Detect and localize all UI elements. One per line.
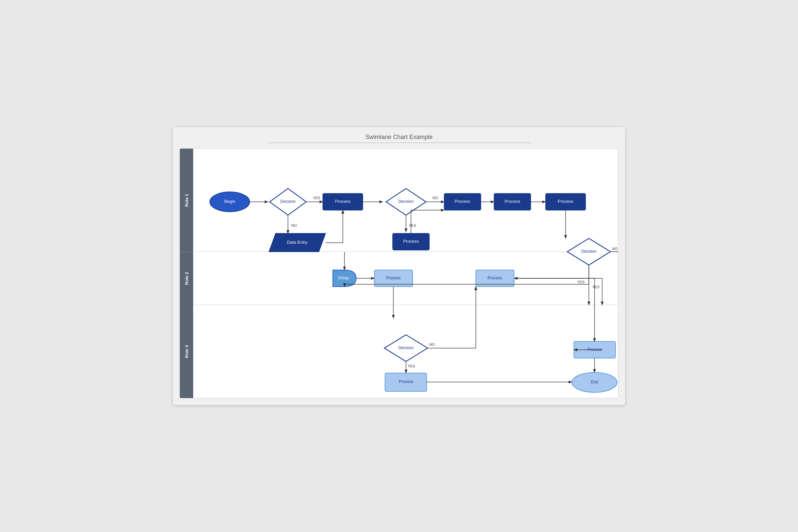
end-label: End xyxy=(591,380,598,384)
process3-label: Process xyxy=(505,199,520,204)
yes1-label: YES xyxy=(313,196,320,200)
process6-label: Process xyxy=(386,276,400,280)
yes3-label: YES xyxy=(592,285,600,289)
decision1-label: Decision xyxy=(280,199,296,204)
no1-label: NO xyxy=(291,224,297,227)
no4-label: NO xyxy=(429,342,435,346)
delay-label: Delay xyxy=(338,275,349,280)
chart-title: Swimlane Chart Example xyxy=(267,134,531,143)
process4-label: Process xyxy=(558,199,573,204)
lane-label-role3: Role 3 xyxy=(180,305,193,398)
begin-label: Begin xyxy=(224,199,235,204)
no2-label: NO xyxy=(433,196,438,200)
yes2-label: YES xyxy=(408,224,416,227)
lane-label-role1: Role 1 xyxy=(180,149,193,252)
page-wrapper: Swimlane Chart Example Role 1 Role 2 Rol… xyxy=(173,127,625,405)
process8-label: Process xyxy=(399,379,413,384)
decision4-label: Decision xyxy=(398,345,414,350)
decision2-label: Decision xyxy=(398,199,414,204)
yes4-label: YES xyxy=(407,364,415,368)
lane-labels: Role 1 Role 2 Role 3 xyxy=(180,149,193,398)
process5-label: Process xyxy=(403,239,419,244)
process2-label: Process xyxy=(455,199,471,204)
swimlane-container: Role 1 Role 2 Role 3 xyxy=(179,148,619,398)
lane-label-role2: Role 2 xyxy=(180,252,193,305)
no3-label: NO xyxy=(612,247,618,251)
yes-lane-label: YES xyxy=(577,280,585,284)
process1-label: Process xyxy=(335,199,351,204)
lanes-content: Begin Decision YES NO Process Data Entry xyxy=(193,149,619,398)
process7-label: Process xyxy=(488,276,502,280)
diagram-svg: Begin Decision YES NO Process Data Entry xyxy=(193,149,619,398)
decision3-label: Decision xyxy=(581,249,596,254)
process9-label: Process xyxy=(587,347,602,352)
dataentry-label: Data Entry xyxy=(287,240,307,245)
